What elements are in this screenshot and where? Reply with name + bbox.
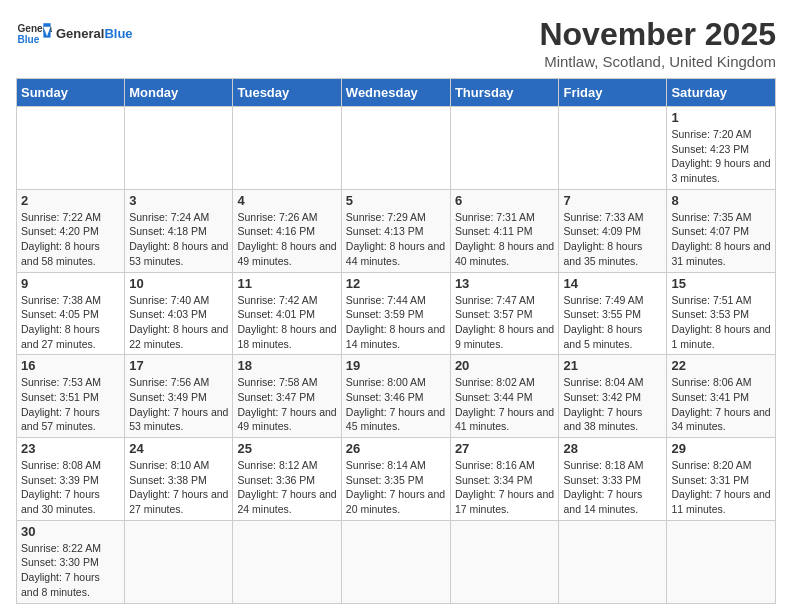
day-cell-20: 20Sunrise: 8:02 AM Sunset: 3:44 PM Dayli…: [450, 355, 559, 438]
day-info: Sunrise: 8:18 AM Sunset: 3:33 PM Dayligh…: [563, 458, 662, 517]
weekday-header-saturday: Saturday: [667, 79, 776, 107]
day-cell-28: 28Sunrise: 8:18 AM Sunset: 3:33 PM Dayli…: [559, 438, 667, 521]
logo-general: General: [56, 26, 104, 41]
day-cell-19: 19Sunrise: 8:00 AM Sunset: 3:46 PM Dayli…: [341, 355, 450, 438]
day-number: 11: [237, 276, 336, 291]
day-info: Sunrise: 7:56 AM Sunset: 3:49 PM Dayligh…: [129, 375, 228, 434]
weekday-header-monday: Monday: [125, 79, 233, 107]
svg-text:Blue: Blue: [17, 34, 39, 45]
day-number: 29: [671, 441, 771, 456]
empty-cell: [233, 520, 341, 603]
day-info: Sunrise: 8:22 AM Sunset: 3:30 PM Dayligh…: [21, 541, 120, 600]
day-number: 20: [455, 358, 555, 373]
day-cell-1: 1Sunrise: 7:20 AM Sunset: 4:23 PM Daylig…: [667, 107, 776, 190]
day-number: 27: [455, 441, 555, 456]
day-number: 22: [671, 358, 771, 373]
empty-cell: [125, 107, 233, 190]
day-number: 26: [346, 441, 446, 456]
day-cell-4: 4Sunrise: 7:26 AM Sunset: 4:16 PM Daylig…: [233, 189, 341, 272]
day-number: 1: [671, 110, 771, 125]
day-cell-9: 9Sunrise: 7:38 AM Sunset: 4:05 PM Daylig…: [17, 272, 125, 355]
week-row-5: 23Sunrise: 8:08 AM Sunset: 3:39 PM Dayli…: [17, 438, 776, 521]
day-info: Sunrise: 7:29 AM Sunset: 4:13 PM Dayligh…: [346, 210, 446, 269]
month-title: November 2025: [539, 16, 776, 53]
empty-cell: [341, 107, 450, 190]
day-info: Sunrise: 7:33 AM Sunset: 4:09 PM Dayligh…: [563, 210, 662, 269]
location-title: Mintlaw, Scotland, United Kingdom: [539, 53, 776, 70]
day-info: Sunrise: 8:04 AM Sunset: 3:42 PM Dayligh…: [563, 375, 662, 434]
day-info: Sunrise: 7:51 AM Sunset: 3:53 PM Dayligh…: [671, 293, 771, 352]
day-info: Sunrise: 8:16 AM Sunset: 3:34 PM Dayligh…: [455, 458, 555, 517]
day-cell-14: 14Sunrise: 7:49 AM Sunset: 3:55 PM Dayli…: [559, 272, 667, 355]
day-number: 3: [129, 193, 228, 208]
day-cell-30: 30Sunrise: 8:22 AM Sunset: 3:30 PM Dayli…: [17, 520, 125, 603]
day-number: 21: [563, 358, 662, 373]
day-cell-7: 7Sunrise: 7:33 AM Sunset: 4:09 PM Daylig…: [559, 189, 667, 272]
day-number: 9: [21, 276, 120, 291]
page-header: General Blue GeneralBlue November 2025 M…: [16, 16, 776, 70]
empty-cell: [450, 520, 559, 603]
day-info: Sunrise: 7:31 AM Sunset: 4:11 PM Dayligh…: [455, 210, 555, 269]
day-info: Sunrise: 7:53 AM Sunset: 3:51 PM Dayligh…: [21, 375, 120, 434]
day-cell-8: 8Sunrise: 7:35 AM Sunset: 4:07 PM Daylig…: [667, 189, 776, 272]
weekday-header-tuesday: Tuesday: [233, 79, 341, 107]
day-number: 18: [237, 358, 336, 373]
logo: General Blue GeneralBlue: [16, 16, 133, 52]
day-number: 13: [455, 276, 555, 291]
day-number: 12: [346, 276, 446, 291]
day-number: 5: [346, 193, 446, 208]
day-cell-11: 11Sunrise: 7:42 AM Sunset: 4:01 PM Dayli…: [233, 272, 341, 355]
empty-cell: [125, 520, 233, 603]
day-info: Sunrise: 8:10 AM Sunset: 3:38 PM Dayligh…: [129, 458, 228, 517]
day-info: Sunrise: 7:47 AM Sunset: 3:57 PM Dayligh…: [455, 293, 555, 352]
day-cell-3: 3Sunrise: 7:24 AM Sunset: 4:18 PM Daylig…: [125, 189, 233, 272]
week-row-1: 1Sunrise: 7:20 AM Sunset: 4:23 PM Daylig…: [17, 107, 776, 190]
weekday-header-row: SundayMondayTuesdayWednesdayThursdayFrid…: [17, 79, 776, 107]
day-number: 15: [671, 276, 771, 291]
day-info: Sunrise: 8:14 AM Sunset: 3:35 PM Dayligh…: [346, 458, 446, 517]
day-cell-27: 27Sunrise: 8:16 AM Sunset: 3:34 PM Dayli…: [450, 438, 559, 521]
day-cell-15: 15Sunrise: 7:51 AM Sunset: 3:53 PM Dayli…: [667, 272, 776, 355]
day-info: Sunrise: 7:44 AM Sunset: 3:59 PM Dayligh…: [346, 293, 446, 352]
day-number: 14: [563, 276, 662, 291]
day-cell-18: 18Sunrise: 7:58 AM Sunset: 3:47 PM Dayli…: [233, 355, 341, 438]
week-row-6: 30Sunrise: 8:22 AM Sunset: 3:30 PM Dayli…: [17, 520, 776, 603]
day-info: Sunrise: 7:20 AM Sunset: 4:23 PM Dayligh…: [671, 127, 771, 186]
week-row-3: 9Sunrise: 7:38 AM Sunset: 4:05 PM Daylig…: [17, 272, 776, 355]
day-info: Sunrise: 7:38 AM Sunset: 4:05 PM Dayligh…: [21, 293, 120, 352]
week-row-4: 16Sunrise: 7:53 AM Sunset: 3:51 PM Dayli…: [17, 355, 776, 438]
day-cell-29: 29Sunrise: 8:20 AM Sunset: 3:31 PM Dayli…: [667, 438, 776, 521]
weekday-header-wednesday: Wednesday: [341, 79, 450, 107]
day-info: Sunrise: 7:58 AM Sunset: 3:47 PM Dayligh…: [237, 375, 336, 434]
day-number: 4: [237, 193, 336, 208]
calendar-table: SundayMondayTuesdayWednesdayThursdayFrid…: [16, 78, 776, 604]
day-info: Sunrise: 8:06 AM Sunset: 3:41 PM Dayligh…: [671, 375, 771, 434]
day-number: 30: [21, 524, 120, 539]
day-cell-16: 16Sunrise: 7:53 AM Sunset: 3:51 PM Dayli…: [17, 355, 125, 438]
day-number: 24: [129, 441, 228, 456]
day-info: Sunrise: 7:40 AM Sunset: 4:03 PM Dayligh…: [129, 293, 228, 352]
day-info: Sunrise: 7:49 AM Sunset: 3:55 PM Dayligh…: [563, 293, 662, 352]
day-number: 10: [129, 276, 228, 291]
day-cell-25: 25Sunrise: 8:12 AM Sunset: 3:36 PM Dayli…: [233, 438, 341, 521]
day-cell-21: 21Sunrise: 8:04 AM Sunset: 3:42 PM Dayli…: [559, 355, 667, 438]
day-cell-10: 10Sunrise: 7:40 AM Sunset: 4:03 PM Dayli…: [125, 272, 233, 355]
day-cell-13: 13Sunrise: 7:47 AM Sunset: 3:57 PM Dayli…: [450, 272, 559, 355]
day-cell-26: 26Sunrise: 8:14 AM Sunset: 3:35 PM Dayli…: [341, 438, 450, 521]
day-info: Sunrise: 7:35 AM Sunset: 4:07 PM Dayligh…: [671, 210, 771, 269]
day-number: 17: [129, 358, 228, 373]
day-cell-17: 17Sunrise: 7:56 AM Sunset: 3:49 PM Dayli…: [125, 355, 233, 438]
day-number: 2: [21, 193, 120, 208]
day-number: 6: [455, 193, 555, 208]
day-info: Sunrise: 8:20 AM Sunset: 3:31 PM Dayligh…: [671, 458, 771, 517]
day-info: Sunrise: 7:24 AM Sunset: 4:18 PM Dayligh…: [129, 210, 228, 269]
day-info: Sunrise: 8:08 AM Sunset: 3:39 PM Dayligh…: [21, 458, 120, 517]
day-info: Sunrise: 7:26 AM Sunset: 4:16 PM Dayligh…: [237, 210, 336, 269]
empty-cell: [559, 520, 667, 603]
weekday-header-thursday: Thursday: [450, 79, 559, 107]
empty-cell: [667, 520, 776, 603]
logo-blue: Blue: [104, 26, 132, 41]
empty-cell: [559, 107, 667, 190]
week-row-2: 2Sunrise: 7:22 AM Sunset: 4:20 PM Daylig…: [17, 189, 776, 272]
empty-cell: [450, 107, 559, 190]
